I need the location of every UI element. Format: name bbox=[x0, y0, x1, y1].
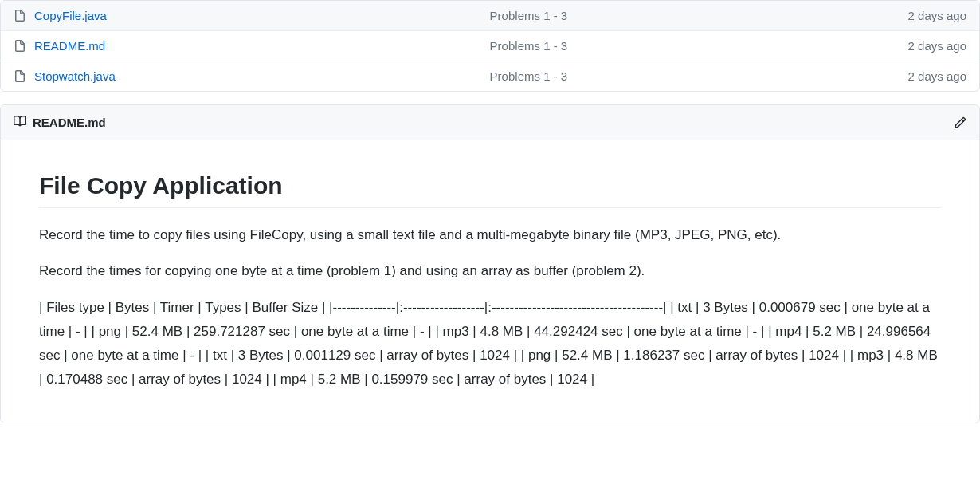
file-row[interactable]: README.md Problems 1 - 3 2 days ago bbox=[1, 31, 979, 61]
readme-panel: README.md File Copy Application Record t… bbox=[0, 104, 980, 423]
file-time: 2 days ago bbox=[871, 39, 966, 53]
commit-message[interactable]: Problems 1 - 3 bbox=[490, 39, 871, 53]
file-link-stopwatch[interactable]: Stopwatch.java bbox=[34, 69, 490, 83]
file-link-readme[interactable]: README.md bbox=[34, 39, 490, 53]
readme-header: README.md bbox=[1, 105, 979, 140]
file-row[interactable]: CopyFile.java Problems 1 - 3 2 days ago bbox=[1, 1, 979, 31]
file-time: 2 days ago bbox=[871, 69, 966, 83]
edit-button[interactable] bbox=[954, 116, 966, 129]
commit-message[interactable]: Problems 1 - 3 bbox=[490, 69, 871, 83]
readme-table-text: | Files type | Bytes | Timer | Types | B… bbox=[39, 296, 941, 391]
file-link-copyfile[interactable]: CopyFile.java bbox=[34, 9, 490, 22]
readme-heading: File Copy Application bbox=[39, 172, 941, 208]
readme-paragraph: Record the time to copy files using File… bbox=[39, 224, 941, 246]
file-row[interactable]: Stopwatch.java Problems 1 - 3 2 days ago bbox=[1, 61, 979, 91]
readme-content: File Copy Application Record the time to… bbox=[1, 140, 979, 423]
book-icon bbox=[14, 115, 26, 130]
commit-message[interactable]: Problems 1 - 3 bbox=[490, 9, 871, 22]
readme-paragraph: Record the times for copying one byte at… bbox=[39, 260, 941, 281]
file-icon bbox=[14, 40, 26, 53]
file-list: CopyFile.java Problems 1 - 3 2 days ago … bbox=[0, 0, 980, 92]
readme-filename: README.md bbox=[33, 116, 106, 129]
file-icon bbox=[14, 70, 26, 83]
file-icon bbox=[14, 10, 26, 22]
pencil-icon bbox=[954, 116, 966, 129]
file-time: 2 days ago bbox=[871, 9, 966, 22]
